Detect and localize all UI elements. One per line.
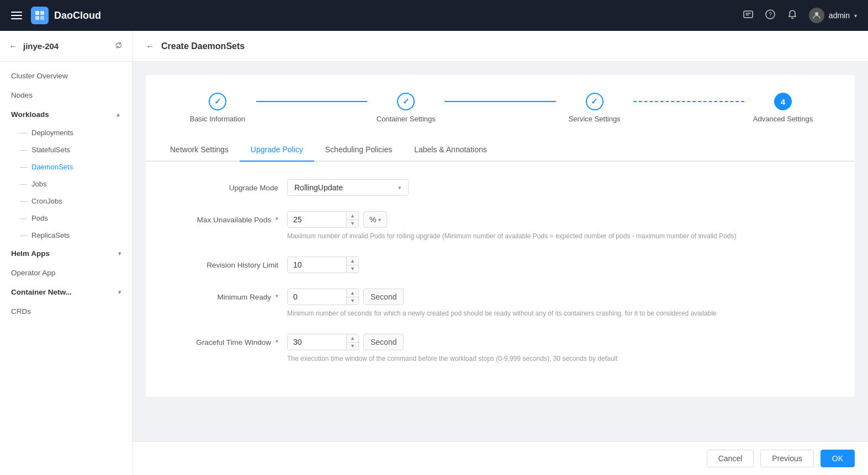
- required-star-minimum-ready: *: [276, 293, 278, 301]
- form-row-graceful-time: Graceful Time Window * ▲ ▼: [168, 334, 833, 364]
- revision-history-spinners: ▲ ▼: [346, 257, 358, 273]
- page-footer: Cancel Previous OK: [133, 441, 868, 475]
- message-icon[interactable]: [743, 9, 754, 23]
- revision-history-up[interactable]: ▲: [347, 257, 358, 265]
- form-row-upgrade-mode: Upgrade Mode RollingUpdate ▾: [168, 179, 833, 196]
- wizard-card: ✓ Basic Information ✓ Container Settings: [146, 75, 855, 397]
- sidebar-item-statefulsets[interactable]: — StatefulSets: [0, 141, 132, 158]
- help-icon[interactable]: ?: [765, 9, 776, 23]
- sidebar-item-jobs[interactable]: — Jobs: [0, 175, 132, 193]
- checkmark-icon: ✓: [214, 97, 221, 106]
- page-back-arrow[interactable]: ←: [146, 41, 155, 51]
- minimum-ready-input-group: ▲ ▼ Second: [287, 289, 833, 305]
- sidebar-item-nodes[interactable]: Nodes: [0, 86, 132, 105]
- workloads-chevron: ▲: [115, 111, 121, 118]
- sidebar-back-arrow[interactable]: ←: [9, 41, 18, 51]
- tabs-bar: Network Settings Upgrade Policy Scheduli…: [146, 138, 855, 162]
- step-circle-advanced-settings: 4: [774, 93, 792, 110]
- sidebar-item-crds[interactable]: CRDs: [0, 302, 132, 321]
- form-row-max-unavailable: Max Unavailable Pods * ▲ ▼: [168, 211, 833, 241]
- step-number-advanced: 4: [781, 97, 785, 106]
- sidebar-item-pods[interactable]: — Pods: [0, 210, 132, 227]
- max-unavailable-down[interactable]: ▼: [347, 220, 358, 228]
- previous-button[interactable]: Previous: [760, 450, 813, 467]
- minimum-ready-up[interactable]: ▲: [347, 289, 358, 297]
- tab-labels-annotations[interactable]: Labels & Annotations: [403, 138, 498, 162]
- max-unavailable-number-wrap: ▲ ▼: [287, 211, 359, 228]
- max-unavailable-input[interactable]: [288, 212, 346, 227]
- graceful-time-down[interactable]: ▼: [347, 343, 358, 350]
- sidebar-item-cronjobs[interactable]: — CronJobs: [0, 193, 132, 210]
- step-basic-info: ✓ Basic Information: [179, 93, 256, 123]
- refresh-icon[interactable]: [114, 41, 123, 51]
- checkmark-icon-2: ✓: [403, 97, 410, 106]
- sidebar-item-helm-apps[interactable]: Helm Apps ▾: [0, 244, 132, 263]
- control-upgrade-mode: RollingUpdate ▾: [287, 179, 833, 196]
- sidebar-item-cluster-overview[interactable]: Cluster Overview: [0, 66, 132, 86]
- svg-rect-2: [35, 16, 39, 20]
- topbar: DaoCloud ? admin ▾: [0, 0, 868, 31]
- cancel-button[interactable]: Cancel: [707, 450, 754, 467]
- minimum-ready-unit: Second: [363, 289, 404, 305]
- graceful-time-input-group: ▲ ▼ Second: [287, 334, 833, 350]
- label-graceful-time: Graceful Time Window *: [168, 334, 278, 346]
- step-label-advanced-settings: Advanced Settings: [753, 115, 813, 123]
- step-container-settings: ✓ Container Settings: [367, 93, 444, 123]
- admin-chevron: ▾: [854, 13, 857, 19]
- minimum-ready-spinners: ▲ ▼: [346, 289, 358, 305]
- upgrade-mode-select[interactable]: RollingUpdate ▾: [287, 179, 409, 196]
- main-content: ← Create DaemonSets ✓ Basic Information: [133, 31, 868, 475]
- max-unavailable-up[interactable]: ▲: [347, 212, 358, 220]
- graceful-time-up[interactable]: ▲: [347, 334, 358, 343]
- max-unavailable-spinners: ▲ ▼: [346, 212, 358, 227]
- max-unavailable-hint: Maximum number of invalid Pods for rolli…: [287, 231, 784, 241]
- step-circle-service-settings: ✓: [586, 93, 604, 110]
- step-line-3-dashed: [633, 101, 744, 102]
- topbar-logo: DaoCloud: [31, 7, 101, 24]
- step-label-basic-info: Basic Information: [190, 115, 245, 123]
- label-upgrade-mode: Upgrade Mode: [168, 179, 278, 192]
- topbar-right: ? admin ▾: [743, 8, 857, 23]
- svg-point-7: [815, 12, 818, 15]
- minimum-ready-input[interactable]: [288, 289, 346, 305]
- step-advanced-settings: 4 Advanced Settings: [744, 93, 822, 123]
- max-unavailable-unit-select[interactable]: % ▾: [363, 211, 387, 228]
- svg-rect-1: [40, 11, 44, 15]
- form-row-revision-history: Revision History Limit ▲ ▼: [168, 257, 833, 273]
- upgrade-mode-chevron-icon: ▾: [398, 184, 401, 191]
- revision-history-input[interactable]: [288, 257, 346, 273]
- step-line-1: [256, 101, 367, 102]
- admin-label: admin: [829, 11, 850, 20]
- hamburger-icon[interactable]: [11, 12, 22, 19]
- sidebar-item-replicasets[interactable]: — ReplicaSets: [0, 227, 132, 244]
- sidebar-item-daemonsets[interactable]: — DaemonSets: [0, 158, 132, 175]
- sidebar-item-container-netw[interactable]: Container Netw... ▾: [0, 282, 132, 302]
- minimum-ready-down[interactable]: ▼: [347, 297, 358, 305]
- sidebar-nav: Cluster Overview Nodes Workloads ▲ — Dep…: [0, 62, 132, 475]
- sidebar-item-deployments[interactable]: — Deployments: [0, 124, 132, 141]
- bell-icon[interactable]: [787, 9, 798, 23]
- svg-text:?: ?: [769, 11, 772, 18]
- admin-area[interactable]: admin ▾: [809, 8, 857, 23]
- sidebar-item-workloads[interactable]: Workloads ▲: [0, 105, 132, 124]
- checkmark-icon-3: ✓: [591, 97, 598, 106]
- sidebar-item-operator-app[interactable]: Operator App: [0, 263, 132, 282]
- ok-button[interactable]: OK: [821, 450, 855, 467]
- max-unavailable-input-group: ▲ ▼ % ▾: [287, 211, 833, 228]
- tab-network-settings[interactable]: Network Settings: [159, 138, 240, 162]
- sidebar-header: ← jinye-204: [0, 31, 132, 62]
- tab-upgrade-policy[interactable]: Upgrade Policy: [240, 138, 314, 162]
- revision-history-wrap: ▲ ▼: [287, 257, 359, 273]
- graceful-time-input[interactable]: [288, 334, 346, 350]
- helm-apps-chevron: ▾: [118, 250, 121, 257]
- tab-scheduling-policies[interactable]: Scheduling Policies: [314, 138, 403, 162]
- admin-avatar: [809, 8, 824, 23]
- step-label-service-settings: Service Settings: [569, 115, 621, 123]
- sidebar: ← jinye-204 Cluster Overview Nodes Workl…: [0, 31, 133, 475]
- revision-history-down[interactable]: ▼: [347, 265, 358, 273]
- stepper: ✓ Basic Information ✓ Container Settings: [146, 93, 855, 138]
- unit-chevron-icon: ▾: [378, 217, 381, 223]
- required-star-graceful-time: *: [276, 338, 278, 346]
- content-area: ✓ Basic Information ✓ Container Settings: [133, 62, 868, 441]
- step-circle-container-settings: ✓: [397, 93, 415, 110]
